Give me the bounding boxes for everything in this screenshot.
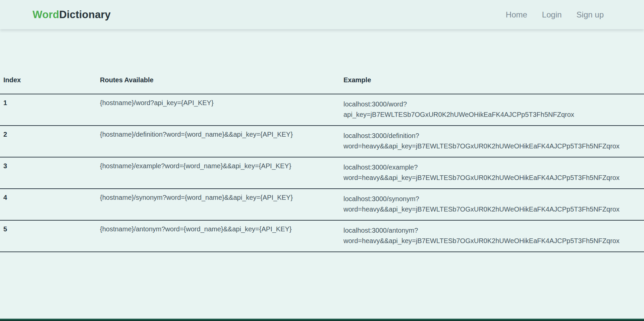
table-row: 4 {hostname}/synonym?word={word_name}&&a… [0,189,644,220]
nav-link-home[interactable]: Home [506,10,527,19]
row-route: {hostname}/example?word={word_name}&&api… [97,157,340,189]
example-line: word=heavy&&api_key=jB7EWLTESb7OGxUR0K2h… [343,173,641,183]
table-row: 2 {hostname}/definition?word={word_name}… [0,126,644,157]
row-route: {hostname}/word?api_key={API_KEY} [97,94,340,126]
row-example: localhost:3000/word? api_key=jB7EWLTESb7… [340,94,644,126]
example-line: word=heavy&&api_key=jB7EWLTESb7OGxUR0K2h… [343,204,641,215]
example-line: localhost:3000/definition? [343,131,641,141]
nav-link-signup[interactable]: Sign up [577,10,604,19]
routes-table: Index Routes Available Example 1 {hostna… [0,67,644,252]
row-example: localhost:3000/example? word=heavy&&api_… [340,157,644,189]
footer-bar [0,319,644,321]
column-header-example: Example [340,67,644,94]
row-index: 1 [0,94,97,126]
row-route: {hostname}/synonym?word={word_name}&&api… [97,189,340,220]
row-route: {hostname}/definition?word={word_name}&&… [97,126,340,157]
example-line: localhost:3000/synonym? [343,194,641,204]
example-line: word=heavy&&api_key=jB7EWLTESb7OGxUR0K2h… [343,141,641,151]
table-row: 3 {hostname}/example?word={word_name}&&a… [0,157,644,189]
row-example: localhost:3000/definition? word=heavy&&a… [340,126,644,157]
brand-logo[interactable]: WordDictionary [33,9,111,21]
row-index: 2 [0,126,97,157]
example-line: api_key=jB7EWLTESb7OGxUR0K2hUWeOHikEaFK4… [343,109,641,120]
row-example: localhost:3000/antonym? word=heavy&&api_… [340,220,644,252]
example-line: localhost:3000/example? [343,162,641,173]
row-route: {hostname}/antonym?word={word_name}&&api… [97,220,340,252]
row-index: 3 [0,157,97,189]
main-content: Index Routes Available Example 1 {hostna… [0,29,644,252]
table-row: 5 {hostname}/antonym?word={word_name}&&a… [0,220,644,252]
navbar: WordDictionary Home Login Sign up [0,0,644,29]
brand-logo-word: Word [33,9,59,20]
row-example: localhost:3000/synonym? word=heavy&&api_… [340,189,644,220]
nav-link-login[interactable]: Login [542,10,562,19]
table-header-row: Index Routes Available Example [0,67,644,94]
example-line: localhost:3000/word? [343,99,641,109]
main-nav: Home Login Sign up [506,10,604,19]
column-header-routes: Routes Available [97,67,340,94]
row-index: 5 [0,220,97,252]
brand-logo-dictionary: Dictionary [59,9,111,20]
example-line: word=heavy&&api_key=jB7EWLTESb7OGxUR0K2h… [343,236,641,246]
table-row: 1 {hostname}/word?api_key={API_KEY} loca… [0,94,644,126]
example-line: localhost:3000/antonym? [343,225,641,236]
row-index: 4 [0,189,97,220]
column-header-index: Index [0,67,97,94]
